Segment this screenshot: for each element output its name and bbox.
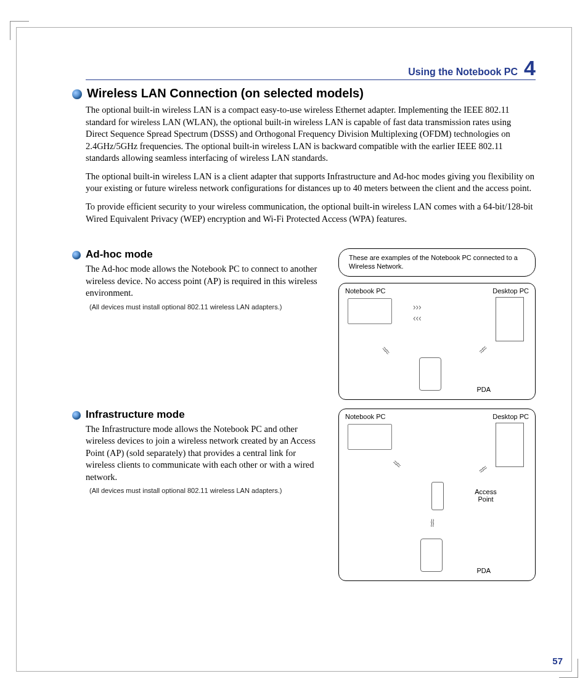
wireless-waves-icon: ≈≈ [391,457,402,470]
section-title-text: Wireless LAN Connection (on selected mod… [87,86,364,100]
page-number: 57 [552,656,563,666]
label-desktop: Desktop PC [492,287,529,295]
paragraph-intro-1: The optional built-in wireless LAN is a … [86,104,536,165]
paragraph-intro-3: To provide efficient security to your wi… [86,201,536,225]
page-root: Using the Notebook PC 4 Wireless LAN Con… [0,0,588,700]
label-pda: PDA [476,567,491,574]
adhoc-figure-col: These are examples of the Notebook PC co… [338,248,536,409]
adhoc-title: Ad-hoc mode [72,248,324,261]
page-sheet: Using the Notebook PC 4 Wireless LAN Con… [16,27,572,672]
globe-icon [72,89,82,99]
device-laptop-icon [348,424,392,450]
row-adhoc: Ad-hoc mode The Ad-hoc mode allows the N… [86,248,536,409]
device-access-point-icon [431,482,444,510]
diagram-infrastructure: Notebook PC Desktop PC Access Point PDA … [338,409,536,581]
infra-note: (All devices must install optional 802.1… [89,487,324,495]
globe-icon [72,251,81,259]
figure-callout: These are examples of the Notebook PC co… [338,248,536,277]
row-infrastructure: Infrastructure mode The Infrastructure m… [86,409,536,590]
device-pda-icon [420,539,443,572]
wireless-waves-icon: ‹ ‹ ‹ [413,313,420,323]
device-desktop-icon [496,297,524,341]
adhoc-title-text: Ad-hoc mode [86,248,153,261]
wireless-waves-icon: ≈≈ [380,344,391,356]
label-notebook: Notebook PC [345,413,385,420]
chapter-header: Using the Notebook PC 4 [86,57,536,80]
infra-title: Infrastructure mode [72,409,324,421]
chapter-number: 4 [524,57,536,78]
wireless-waves-icon: › › › [413,302,420,312]
device-desktop-icon [496,423,524,467]
globe-icon [72,411,81,420]
infra-figure-col: Notebook PC Desktop PC Access Point PDA … [338,409,536,590]
label-desktop: Desktop PC [492,413,529,420]
adhoc-body: The Ad-hoc mode allows the Notebook PC t… [86,263,324,299]
device-laptop-icon [348,298,392,324]
paragraph-intro-2: The optional built-in wireless LAN is a … [86,171,536,195]
label-pda: PDA [476,386,491,393]
infra-title-text: Infrastructure mode [86,409,185,421]
diagram-adhoc: Notebook PC Desktop PC PDA › › › ‹ ‹ ‹ ≈… [338,283,536,400]
section-wireless-lan: Wireless LAN Connection (on selected mod… [72,86,536,225]
wireless-waves-icon: ≈≈ [428,519,438,526]
infra-text-col: Infrastructure mode The Infrastructure m… [72,409,324,496]
wireless-waves-icon: ≈≈ [476,463,488,476]
chapter-title: Using the Notebook PC [408,67,518,78]
wireless-waves-icon: ≈≈ [476,344,488,356]
infra-body: The Infrastructure mode allows the Noteb… [86,423,324,484]
device-pda-icon [419,357,441,391]
label-notebook: Notebook PC [345,287,385,295]
adhoc-text-col: Ad-hoc mode The Ad-hoc mode allows the N… [72,248,324,311]
label-access-point: Access Point [472,488,499,503]
figure-callout-text: These are examples of the Notebook PC co… [349,254,518,270]
section-title: Wireless LAN Connection (on selected mod… [72,86,536,100]
adhoc-note: (All devices must install optional 802.1… [89,303,324,312]
